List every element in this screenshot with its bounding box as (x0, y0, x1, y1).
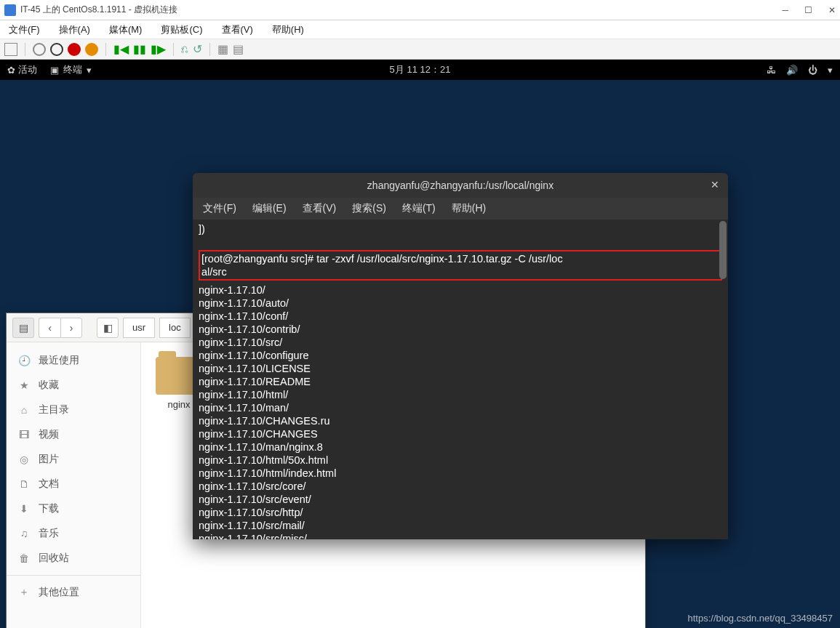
recent-icon: 🕘 (18, 355, 30, 366)
picture-icon: ◎ (18, 454, 30, 465)
ctrlaltdel-icon[interactable] (4, 43, 17, 56)
term-menu-help[interactable]: 帮助(H) (452, 202, 486, 215)
sidebar-item-other[interactable]: ＋其他位置 (7, 580, 140, 605)
terminal-line: nginx-1.17.10/contrib/ (199, 323, 722, 336)
host-menubar: 文件(F) 操作(A) 媒体(M) 剪贴板(C) 查看(V) 帮助(H) (0, 20, 840, 39)
minimize-button[interactable]: ─ (782, 5, 788, 15)
start-button[interactable] (33, 43, 46, 56)
network-icon[interactable]: 🖧 (767, 65, 776, 76)
share-icon[interactable]: ▤ (233, 42, 244, 56)
revert-icon[interactable]: ↺ (193, 42, 202, 56)
menu-media[interactable]: 媒体(M) (109, 23, 143, 36)
forward-button[interactable]: › (60, 318, 82, 338)
watermark: https://blog.csdn.net/qq_33498457 (688, 613, 833, 624)
document-icon: 🗋 (18, 478, 30, 490)
sidebar-item-label: 最近使用 (39, 354, 79, 367)
sidebar-item-label: 文档 (39, 478, 59, 491)
terminal-line: nginx-1.17.10/man/nginx.8 (199, 440, 722, 454)
terminal-line: nginx-1.17.10/conf/ (199, 310, 722, 323)
terminal-line: nginx-1.17.10/html/50x.html (199, 454, 722, 467)
sidebar-item-label: 其他位置 (39, 586, 79, 599)
stop-button[interactable] (68, 43, 81, 56)
play-icon[interactable]: ▮▶ (151, 42, 166, 56)
pause-button[interactable] (50, 43, 63, 56)
sidebar-item-videos[interactable]: 🎞视频 (7, 422, 140, 447)
scrollbar[interactable] (719, 221, 727, 279)
terminal-line: nginx-1.17.10/src/core/ (199, 480, 722, 493)
sidebar-item-label: 回收站 (39, 552, 69, 565)
terminal-body[interactable]: ]) [root@zhangyanfu src]# tar -zxvf /usr… (193, 220, 728, 539)
menu-action[interactable]: 操作(A) (59, 23, 90, 36)
terminal-titlebar[interactable]: zhangyanfu@zhangyanfu:/usr/local/nginx ✕ (193, 173, 728, 198)
path-segment-local[interactable]: loc (159, 318, 191, 338)
term-menu-terminal[interactable]: 终端(T) (402, 202, 436, 215)
path-segment-usr[interactable]: usr (123, 318, 155, 338)
chevron-down-icon[interactable]: ▾ (828, 65, 833, 76)
highlighted-command: [root@zhangyanfu src]# tar -zxvf /usr/lo… (199, 250, 722, 281)
terminal-line: nginx-1.17.10/src/event/ (199, 493, 722, 506)
sidebar-item-downloads[interactable]: ⬇下载 (7, 496, 140, 521)
drive-button[interactable]: ▤ (12, 318, 34, 338)
maximize-button[interactable]: ☐ (804, 5, 812, 15)
terminal-menubar: 文件(F) 编辑(E) 查看(V) 搜索(S) 终端(T) 帮助(H) (193, 198, 728, 220)
sidebar-item-trash[interactable]: 🗑回收站 (7, 546, 140, 571)
activities-button[interactable]: ✿ 活动 (7, 63, 37, 76)
terminal-cmd-line: al/src (201, 265, 719, 278)
sidebar-item-label: 收藏 (39, 379, 59, 392)
sidebar-item-documents[interactable]: 🗋文档 (7, 472, 140, 496)
app-icon (4, 4, 16, 16)
sidebar-item-label: 主目录 (39, 403, 69, 416)
menu-view[interactable]: 查看(V) (222, 23, 253, 36)
term-menu-view[interactable]: 查看(V) (303, 202, 337, 215)
sidebar-item-label: 下载 (39, 502, 59, 515)
terminal-window: zhangyanfu@zhangyanfu:/usr/local/nginx ✕… (193, 173, 728, 539)
plus-icon: ＋ (18, 586, 30, 599)
snapshot-icon[interactable]: ▮◀ (113, 42, 129, 56)
folder-label: nginx (167, 399, 190, 410)
terminal-app-indicator[interactable]: ▣ 终端 ▾ (50, 63, 92, 76)
menu-file[interactable]: 文件(F) (9, 23, 40, 36)
sidebar-item-pictures[interactable]: ◎图片 (7, 447, 140, 472)
checkpoint-icon[interactable]: ⎌ (181, 43, 188, 56)
sidebar-item-recent[interactable]: 🕘最近使用 (7, 348, 140, 373)
close-icon[interactable]: ✕ (711, 179, 719, 190)
menu-clipboard[interactable]: 剪贴板(C) (161, 23, 202, 36)
terminal-line: nginx-1.17.10/html/index.html (199, 467, 722, 480)
term-menu-edit[interactable]: 编辑(E) (252, 202, 287, 215)
chevron-down-icon: ▾ (87, 65, 92, 76)
terminal-line: nginx-1.17.10/ (199, 283, 722, 297)
terminal-line: nginx-1.17.10/configure (199, 349, 722, 362)
menu-help[interactable]: 帮助(H) (272, 23, 304, 36)
guest-desktop: ✿ 活动 ▣ 终端 ▾ 5月 11 12：21 🖧 🔊 ⏻ ▾ ▤ ‹ › ◧ … (0, 60, 840, 628)
clock[interactable]: 5月 11 12：21 (390, 63, 451, 76)
gnome-topbar: ✿ 活动 ▣ 终端 ▾ 5月 11 12：21 🖧 🔊 ⏻ ▾ (0, 60, 840, 80)
back-button[interactable]: ‹ (39, 318, 60, 338)
terminal-icon: ▣ (50, 65, 59, 76)
path-root-button[interactable]: ◧ (97, 318, 119, 338)
terminal-line: ]) (199, 222, 722, 236)
gear-icon: ✿ (7, 65, 15, 76)
enhanced-icon[interactable]: ▦ (217, 42, 228, 56)
close-button[interactable]: ✕ (828, 5, 836, 15)
terminal-line: nginx-1.17.10/auto/ (199, 297, 722, 310)
term-menu-search[interactable]: 搜索(S) (352, 202, 386, 215)
sidebar-item-label: 音乐 (39, 527, 59, 540)
terminal-line: nginx-1.17.10/LICENSE (199, 362, 722, 375)
terminal-line: nginx-1.17.10/src/misc/ (199, 532, 722, 539)
host-toolbar: ▮◀ ▮▮ ▮▶ ⎌ ↺ ▦ ▤ (0, 39, 840, 60)
power-button[interactable] (85, 43, 98, 56)
power-icon[interactable]: ⏻ (808, 65, 817, 76)
sidebar-item-starred[interactable]: ★收藏 (7, 373, 140, 398)
sidebar-item-home[interactable]: ⌂主目录 (7, 398, 140, 422)
terminal-line: nginx-1.17.10/man/ (199, 401, 722, 414)
volume-icon[interactable]: 🔊 (786, 65, 798, 76)
term-menu-file[interactable]: 文件(F) (203, 202, 236, 215)
terminal-cmd-line: [root@zhangyanfu src]# tar -zxvf /usr/lo… (201, 252, 719, 265)
pause2-icon[interactable]: ▮▮ (133, 42, 146, 56)
terminal-line: nginx-1.17.10/src/mail/ (199, 519, 722, 532)
video-icon: 🎞 (18, 429, 30, 440)
download-icon: ⬇ (18, 503, 30, 515)
sidebar-item-music[interactable]: ♫音乐 (7, 521, 140, 546)
terminal-title: zhangyanfu@zhangyanfu:/usr/local/nginx (367, 180, 553, 191)
terminal-indicator-label: 终端 (63, 63, 82, 76)
